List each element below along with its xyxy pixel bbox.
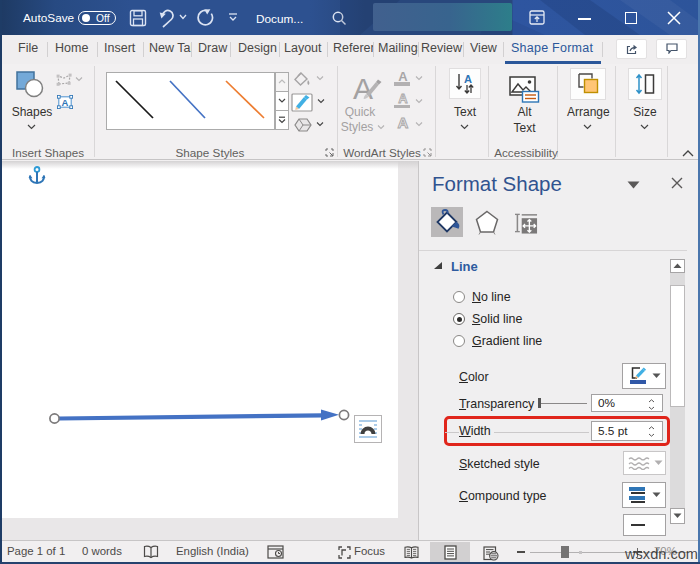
svg-text:A: A (62, 97, 69, 108)
svg-text:A: A (464, 73, 472, 85)
svg-text:A: A (353, 73, 373, 105)
